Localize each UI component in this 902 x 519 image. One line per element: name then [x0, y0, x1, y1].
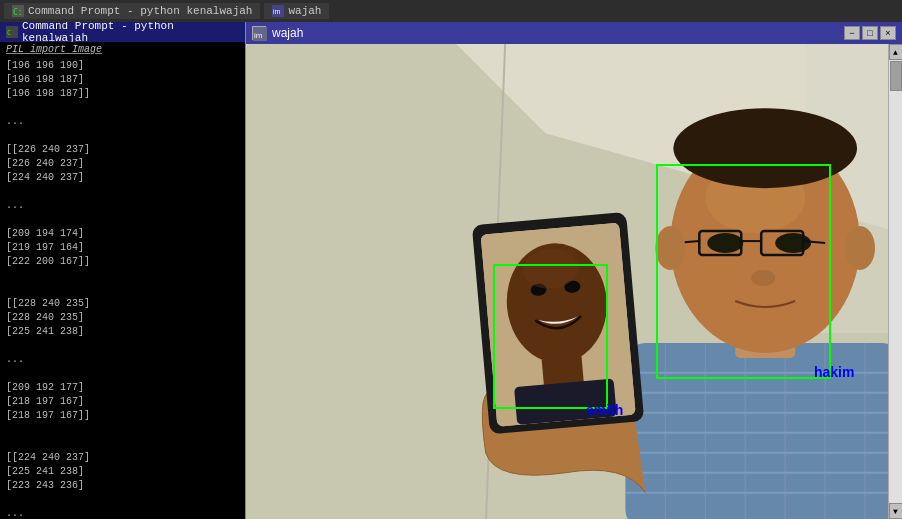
terminal-line [6, 493, 239, 507]
terminal-window: C Command Prompt - python kenalwajah PIL… [0, 22, 245, 519]
terminal-line [6, 129, 239, 143]
svg-point-38 [845, 226, 875, 270]
scroll-down-button[interactable]: ▼ [889, 503, 903, 519]
terminal-line [6, 269, 239, 283]
image-window-icon: im [252, 26, 266, 40]
terminal-line: [226 240 237] [6, 157, 239, 171]
scrollbar[interactable]: ▲ ▼ [888, 44, 902, 519]
terminal-line: ... [6, 507, 239, 519]
terminal-line: [[228 240 235] [6, 297, 239, 311]
terminal-line [6, 423, 239, 437]
smith-detection-label: smith [586, 402, 623, 418]
terminal-line: [209 194 174] [6, 227, 239, 241]
terminal-body[interactable]: [196 196 190] [196 198 187] [196 198 187… [0, 55, 245, 519]
terminal-line: [196 198 187] [6, 73, 239, 87]
minimize-button[interactable]: − [844, 26, 860, 40]
terminal-line: [[226 240 237] [6, 143, 239, 157]
terminal-line: [[224 240 237] [6, 451, 239, 465]
terminal-line [6, 185, 239, 199]
terminal-line: [218 197 167]] [6, 409, 239, 423]
taskbar-image-label: wajah [288, 5, 321, 17]
scroll-thumb[interactable] [890, 61, 902, 91]
terminal-line: [209 192 177] [6, 381, 239, 395]
hakim-detection-label: hakim [814, 364, 854, 380]
terminal-taskbar-icon: C: [12, 5, 24, 17]
terminal-line: ... [6, 199, 239, 213]
svg-text:C: C [7, 29, 11, 37]
terminal-line [6, 283, 239, 297]
terminal-line: ... [6, 115, 239, 129]
svg-text:im: im [273, 8, 281, 15]
terminal-line: ... [6, 353, 239, 367]
terminal-line: [228 240 235] [6, 311, 239, 325]
terminal-line [6, 339, 239, 353]
terminal-line: [218 197 167] [6, 395, 239, 409]
terminal-line [6, 101, 239, 115]
terminal-line: [224 240 237] [6, 171, 239, 185]
taskbar-terminal[interactable]: C: Command Prompt - python kenalwajah [4, 3, 260, 19]
camera-scene: smith hakim ▲ ▼ [246, 44, 902, 519]
svg-text:C:: C: [13, 8, 23, 17]
image-window-title: wajah [272, 26, 303, 40]
image-taskbar-icon: im [272, 5, 284, 17]
smith-detection-box [493, 264, 608, 409]
taskbar-image[interactable]: im wajah [264, 3, 329, 19]
window-controls: − □ × [844, 26, 896, 40]
main-area: C Command Prompt - python kenalwajah PIL… [0, 22, 902, 519]
image-titlebar: im wajah − □ × [246, 22, 902, 44]
scroll-up-button[interactable]: ▲ [889, 44, 903, 60]
terminal-titlebar: C Command Prompt - python kenalwajah [0, 22, 245, 42]
svg-text:im: im [254, 31, 263, 40]
terminal-line: [219 197 164] [6, 241, 239, 255]
terminal-line [6, 437, 239, 451]
image-content: smith hakim ▲ ▼ [246, 44, 902, 519]
maximize-button[interactable]: □ [862, 26, 878, 40]
image-window: im wajah − □ × [245, 22, 902, 519]
terminal-line: [225 241 238] [6, 465, 239, 479]
terminal-window-icon: C [6, 26, 18, 38]
terminal-line: [196 196 190] [6, 59, 239, 73]
terminal-line [6, 213, 239, 227]
terminal-line [6, 367, 239, 381]
terminal-line: [222 200 167]] [6, 255, 239, 269]
close-button[interactable]: × [880, 26, 896, 40]
taskbar-terminal-label: Command Prompt - python kenalwajah [28, 5, 252, 17]
hakim-detection-box [656, 164, 831, 379]
terminal-line: [225 241 238] [6, 325, 239, 339]
terminal-line: [196 198 187]] [6, 87, 239, 101]
terminal-line: [223 243 236] [6, 479, 239, 493]
terminal-top-text: PIL import Image [6, 44, 102, 55]
taskbar: C: Command Prompt - python kenalwajah im… [0, 0, 902, 22]
image-titlebar-left: im wajah [252, 26, 303, 40]
terminal-title: Command Prompt - python kenalwajah [22, 22, 239, 44]
scroll-track [889, 60, 903, 503]
terminal-import-line: PIL import Image [0, 42, 245, 55]
